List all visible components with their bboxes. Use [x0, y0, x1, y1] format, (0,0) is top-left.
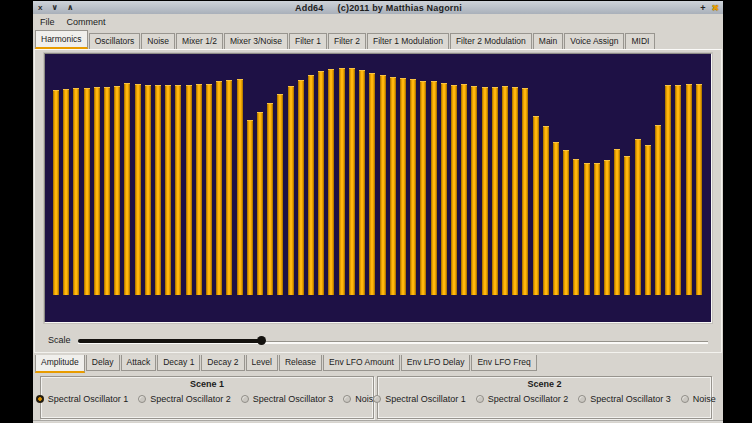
harmonic-bar-60[interactable] [655, 125, 661, 295]
harmonic-bar-9[interactable] [135, 84, 141, 295]
titlebar[interactable]: x ∨ ∧ Add64(c)2011 by Matthias Nagorni +… [33, 1, 723, 14]
harmonic-bar-47[interactable] [522, 88, 528, 295]
harmonic-bar-30[interactable] [349, 68, 355, 295]
harmonic-bar-12[interactable] [165, 85, 171, 295]
harmonic-bar-62[interactable] [675, 85, 681, 295]
harmonic-bar-53[interactable] [584, 163, 590, 295]
harmonic-bar-35[interactable] [400, 78, 406, 295]
harmonic-bar-46[interactable] [512, 87, 518, 295]
harmonic-bar-17[interactable] [216, 81, 222, 295]
harmonic-bar-8[interactable] [124, 83, 130, 295]
harmonic-bar-28[interactable] [328, 69, 334, 295]
maximize-icon[interactable]: + [700, 3, 705, 13]
radio-scene2-spectral-oscillator-2[interactable]: Spectral Oscillator 2 [476, 394, 569, 404]
param-tab-delay[interactable]: Delay [86, 355, 120, 371]
harmonic-bar-19[interactable] [237, 79, 243, 295]
tab-mixer-1-2[interactable]: Mixer 1/2 [176, 33, 223, 49]
radio-scene1-spectral-oscillator-2[interactable]: Spectral Oscillator 2 [138, 394, 231, 404]
tab-filter-1[interactable]: Filter 1 [289, 33, 327, 49]
tab-filter-1-modulation[interactable]: Filter 1 Modulation [367, 33, 449, 49]
harmonic-bar-48[interactable] [533, 116, 539, 295]
harmonic-bar-29[interactable] [339, 68, 345, 295]
tab-voice-assign[interactable]: Voice Assign [564, 33, 624, 49]
harmonic-bar-34[interactable] [390, 77, 396, 295]
harmonic-bar-1[interactable] [53, 90, 59, 295]
harmonic-bar-57[interactable] [624, 156, 630, 295]
tab-noise[interactable]: Noise [141, 33, 175, 49]
harmonic-bar-41[interactable] [461, 84, 467, 295]
raise-icon[interactable]: ∧ [67, 2, 74, 13]
harmonic-bar-36[interactable] [410, 79, 416, 295]
harmonics-editor[interactable] [44, 53, 712, 323]
harmonic-bar-23[interactable] [277, 94, 283, 295]
harmonic-bar-32[interactable] [369, 73, 375, 295]
harmonic-bar-13[interactable] [175, 85, 181, 295]
param-tab-decay-1[interactable]: Decay 1 [157, 355, 200, 371]
menu-comment[interactable]: Comment [67, 17, 106, 27]
harmonic-bar-39[interactable] [441, 83, 447, 295]
harmonic-bar-45[interactable] [502, 86, 508, 295]
harmonic-bar-16[interactable] [206, 84, 212, 295]
param-tab-env-lfo-freq[interactable]: Env LFO Freq [471, 355, 536, 371]
harmonic-bar-51[interactable] [563, 150, 569, 295]
harmonic-bar-56[interactable] [614, 149, 620, 295]
harmonic-bar-25[interactable] [298, 80, 304, 295]
harmonic-bar-37[interactable] [420, 81, 426, 295]
harmonic-bar-42[interactable] [471, 86, 477, 295]
harmonic-bar-38[interactable] [431, 81, 437, 295]
radio-scene2-noise[interactable]: Noise [681, 394, 716, 404]
radio-scene1-spectral-oscillator-1[interactable]: Spectral Oscillator 1 [36, 394, 129, 404]
harmonic-bar-7[interactable] [114, 86, 120, 295]
scale-slider-fill[interactable] [78, 339, 261, 343]
harmonic-bar-5[interactable] [94, 87, 100, 295]
harmonic-bar-15[interactable] [196, 84, 202, 295]
radio-scene2-spectral-oscillator-3[interactable]: Spectral Oscillator 3 [578, 394, 671, 404]
harmonic-bar-54[interactable] [594, 163, 600, 295]
harmonic-bar-14[interactable] [186, 85, 192, 295]
harmonic-bar-24[interactable] [288, 86, 294, 295]
harmonic-bar-4[interactable] [84, 88, 90, 295]
param-tab-amplitude[interactable]: Amplitude [35, 355, 85, 373]
harmonic-bar-44[interactable] [492, 87, 498, 295]
radio-scene1-spectral-oscillator-3[interactable]: Spectral Oscillator 3 [241, 394, 334, 404]
scale-slider-handle[interactable] [257, 336, 266, 345]
harmonic-bar-33[interactable] [380, 75, 386, 295]
harmonic-bar-3[interactable] [73, 88, 79, 295]
param-tab-decay-2[interactable]: Decay 2 [201, 355, 244, 371]
scale-slider[interactable] [78, 332, 708, 350]
titlebar-app-icon[interactable]: ✖ [711, 3, 719, 13]
tab-harmonics[interactable]: Harmonics [35, 30, 88, 49]
harmonic-bar-6[interactable] [104, 87, 110, 295]
harmonic-bar-22[interactable] [267, 103, 273, 295]
harmonic-bar-11[interactable] [155, 85, 161, 295]
harmonic-bar-43[interactable] [482, 87, 488, 295]
harmonic-bar-20[interactable] [247, 120, 253, 295]
harmonic-bar-18[interactable] [226, 80, 232, 295]
param-tab-attack[interactable]: Attack [121, 355, 157, 371]
tab-midi[interactable]: MIDI [625, 33, 655, 49]
harmonic-bar-26[interactable] [308, 75, 314, 295]
menu-file[interactable]: File [40, 17, 55, 27]
param-tab-env-lfo-amount[interactable]: Env LFO Amount [323, 355, 400, 371]
radio-scene2-spectral-oscillator-1[interactable]: Spectral Oscillator 1 [373, 394, 466, 404]
harmonic-bar-58[interactable] [635, 139, 641, 295]
harmonic-bar-2[interactable] [63, 89, 69, 295]
harmonic-bar-52[interactable] [573, 159, 579, 295]
harmonic-bar-49[interactable] [543, 126, 549, 295]
close-icon[interactable]: x [38, 2, 42, 13]
tab-filter-2[interactable]: Filter 2 [328, 33, 366, 49]
param-tab-env-lfo-delay[interactable]: Env LFO Delay [401, 355, 471, 371]
harmonic-bar-21[interactable] [257, 112, 263, 295]
harmonic-bar-59[interactable] [645, 145, 651, 295]
harmonic-bar-10[interactable] [145, 85, 151, 295]
tab-filter-2-modulation[interactable]: Filter 2 Modulation [450, 33, 532, 49]
harmonic-bar-27[interactable] [318, 71, 324, 295]
harmonic-bar-64[interactable] [696, 84, 702, 295]
lower-icon[interactable]: ∨ [51, 2, 58, 13]
harmonic-bar-55[interactable] [604, 160, 610, 295]
harmonic-bar-63[interactable] [686, 84, 692, 295]
harmonic-bar-50[interactable] [553, 142, 559, 295]
harmonic-bar-31[interactable] [359, 70, 365, 295]
tab-main[interactable]: Main [533, 33, 563, 49]
harmonic-bar-40[interactable] [451, 85, 457, 295]
